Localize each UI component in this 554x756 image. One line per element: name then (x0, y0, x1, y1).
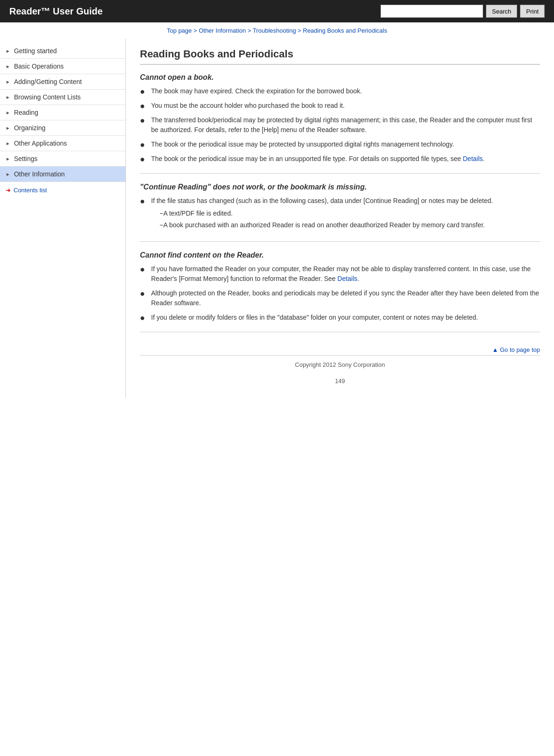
list-item-content: If the file status has changed (such as … (151, 196, 493, 232)
triangle-up-icon: ▲ (492, 346, 498, 353)
breadcrumb-top[interactable]: Top page (167, 27, 192, 34)
bullet-icon: ● (140, 102, 148, 110)
list-item-text: The book may have expired. Check the exp… (151, 86, 362, 96)
sidebar-item-basic-operations[interactable]: ► Basic Operations (0, 59, 125, 74)
search-input[interactable] (381, 5, 483, 18)
search-button[interactable]: Search (486, 5, 517, 18)
bullet-icon: ● (140, 140, 148, 149)
chevron-right-icon: ► (6, 156, 10, 161)
section-continue-reading: "Continue Reading" does not work, or the… (140, 183, 540, 242)
list-item-text: If the file status has changed (such as … (151, 197, 493, 204)
list-item: ● If the file status has changed (such a… (140, 196, 540, 232)
go-to-top-link[interactable]: ▲ Go to page top (492, 346, 540, 353)
bullet-icon: ● (140, 265, 148, 273)
chevron-right-icon: ► (6, 126, 10, 131)
list-item-text: You must be the account holder who purch… (151, 101, 345, 111)
sidebar-item-label: Getting started (14, 47, 57, 55)
sidebar-item-organizing[interactable]: ► Organizing (0, 120, 125, 136)
bullet-list-cannot-open: ● The book may have expired. Check the e… (140, 86, 540, 164)
sidebar-item-label: Organizing (14, 124, 46, 132)
breadcrumb: Top page > Other Information > Troublesh… (0, 22, 554, 39)
sidebar: ► Getting started ► Basic Operations ► A… (0, 39, 126, 398)
contents-list-label: Contents list (14, 187, 47, 194)
bullet-icon: ● (140, 314, 148, 322)
arrow-right-icon: ➔ (6, 187, 11, 194)
sidebar-item-label: Adding/Getting Content (14, 78, 82, 85)
list-item: ● If you delete or modify folders or fil… (140, 313, 540, 322)
go-to-top: ▲ Go to page top (140, 342, 540, 355)
list-item: ● Although protected on the Reader, book… (140, 288, 540, 308)
list-item: ● You must be the account holder who pur… (140, 101, 540, 111)
list-item: ● The book or the periodical issue may b… (140, 154, 540, 164)
bullet-icon: ● (140, 289, 148, 298)
section-title-cannot-find: Cannot find content on the Reader. (140, 251, 540, 259)
sub-list: A text/PDF file is edited. A book purcha… (159, 209, 493, 230)
list-item-text: Although protected on the Reader, books … (151, 288, 540, 308)
breadcrumb-other-information[interactable]: Other Information (199, 27, 246, 34)
sidebar-item-label: Other Applications (14, 140, 67, 147)
bullet-icon: ● (140, 197, 148, 205)
copyright-text: Copyright 2012 Sony Corporation (295, 361, 385, 368)
list-item-text: The book or the periodical issue may be … (151, 154, 485, 164)
bullet-list-continue-reading: ● If the file status has changed (such a… (140, 196, 540, 232)
bullet-icon: ● (140, 116, 148, 125)
details-link-2[interactable]: Details (338, 275, 358, 282)
list-item-text: If you have formatted the Reader on your… (151, 264, 540, 284)
sidebar-item-label: Other Information (14, 170, 65, 178)
header: Reader™ User Guide Search Print (0, 0, 554, 22)
chevron-right-icon: ► (6, 172, 10, 177)
chevron-right-icon: ► (6, 95, 10, 100)
list-item: ● The book may have expired. Check the e… (140, 86, 540, 96)
sidebar-item-adding-getting-content[interactable]: ► Adding/Getting Content (0, 74, 125, 90)
chevron-right-icon: ► (6, 141, 10, 146)
sidebar-item-reading[interactable]: ► Reading (0, 105, 125, 120)
list-item: ● The transferred book/periodical may be… (140, 115, 540, 135)
sidebar-item-getting-started[interactable]: ► Getting started (0, 43, 125, 59)
bullet-icon: ● (140, 87, 148, 96)
list-item: ● If you have formatted the Reader on yo… (140, 264, 540, 284)
app-title: Reader™ User Guide (9, 6, 103, 17)
sidebar-item-browsing-content-lists[interactable]: ► Browsing Content Lists (0, 90, 125, 105)
section-cannot-find: Cannot find content on the Reader. ● If … (140, 251, 540, 332)
sidebar-item-other-information[interactable]: ► Other Information (0, 167, 125, 182)
list-item: ● The book or the periodical issue may b… (140, 140, 540, 149)
list-item-text: The transferred book/periodical may be p… (151, 115, 540, 135)
sidebar-item-label: Settings (14, 155, 38, 162)
details-link-1[interactable]: Details (463, 155, 483, 162)
contents-list-link[interactable]: ➔ Contents list (0, 182, 125, 198)
print-button[interactable]: Print (520, 5, 545, 18)
sub-list-item: A book purchased with an authorized Read… (159, 220, 493, 230)
main-content: Reading Books and Periodicals Cannot ope… (126, 39, 554, 398)
chevron-right-icon: ► (6, 64, 10, 69)
sub-list-item: A text/PDF file is edited. (159, 209, 493, 218)
list-item-text: If you delete or modify folders or files… (151, 313, 478, 322)
breadcrumb-troubleshooting[interactable]: Troubleshooting (253, 27, 296, 34)
section-title-continue-reading: "Continue Reading" does not work, or the… (140, 183, 540, 191)
page-title: Reading Books and Periodicals (140, 48, 540, 65)
sidebar-item-settings[interactable]: ► Settings (0, 151, 125, 167)
chevron-right-icon: ► (6, 79, 10, 84)
chevron-right-icon: ► (6, 49, 10, 54)
sidebar-item-label: Basic Operations (14, 63, 64, 70)
list-item-text: The book or the periodical issue may be … (151, 140, 454, 149)
section-cannot-open: Cannot open a book. ● The book may have … (140, 73, 540, 174)
page-number: 149 (140, 374, 540, 388)
go-to-top-label: Go to page top (500, 346, 540, 353)
header-controls: Search Print (381, 5, 545, 18)
sidebar-item-label: Reading (14, 109, 38, 116)
sidebar-item-label: Browsing Content Lists (14, 93, 81, 101)
breadcrumb-current[interactable]: Reading Books and Periodicals (303, 27, 388, 34)
section-title-cannot-open: Cannot open a book. (140, 73, 540, 82)
sidebar-item-other-applications[interactable]: ► Other Applications (0, 136, 125, 151)
chevron-right-icon: ► (6, 110, 10, 115)
bullet-list-cannot-find: ● If you have formatted the Reader on yo… (140, 264, 540, 322)
bullet-icon: ● (140, 155, 148, 163)
layout: ► Getting started ► Basic Operations ► A… (0, 39, 554, 398)
footer: Copyright 2012 Sony Corporation (140, 355, 540, 374)
